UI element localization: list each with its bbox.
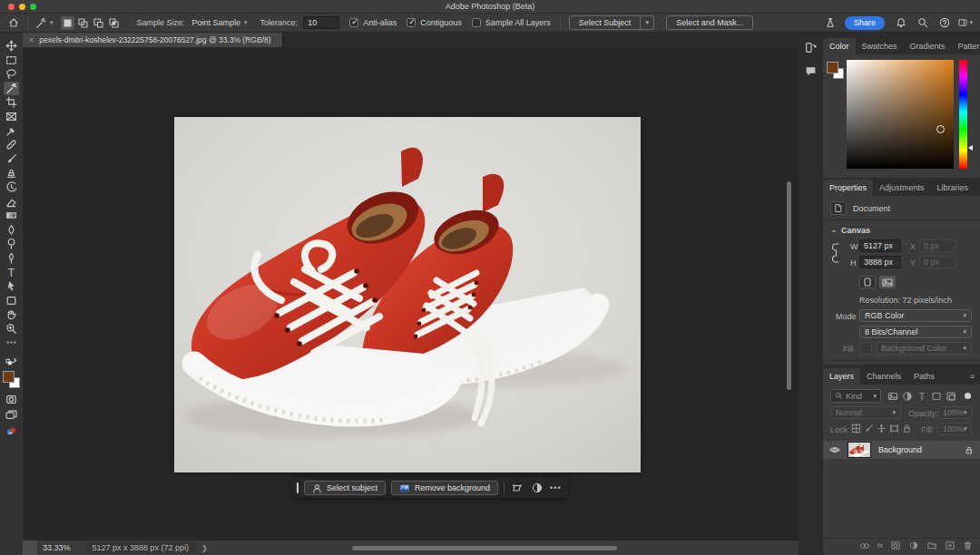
- tab-color[interactable]: Color: [823, 38, 856, 54]
- link-dimensions-icon[interactable]: [830, 247, 842, 258]
- home-icon[interactable]: [6, 15, 21, 30]
- tab-adjustments[interactable]: Adjustments: [873, 180, 931, 196]
- blur-tool[interactable]: [4, 223, 19, 237]
- layer-thumbnail[interactable]: [848, 442, 871, 458]
- screen-mode-icon[interactable]: [4, 408, 19, 422]
- add-to-selection-icon[interactable]: [76, 16, 90, 30]
- saturation-brightness-field[interactable]: [847, 60, 954, 169]
- tab-patterns[interactable]: Patterns: [952, 38, 980, 54]
- panel-menu-icon[interactable]: ≡: [965, 368, 980, 385]
- portrait-orientation-button[interactable]: [859, 276, 876, 288]
- select-and-mask-button[interactable]: Select and Mask...: [666, 15, 753, 30]
- type-tool[interactable]: T: [4, 266, 19, 279]
- lock-transparency-icon[interactable]: [850, 423, 862, 434]
- tab-layers[interactable]: Layers: [823, 368, 860, 385]
- tab-gradients[interactable]: Gradients: [904, 38, 952, 54]
- layer-filter-toggle[interactable]: [965, 393, 971, 399]
- hand-tool[interactable]: [4, 307, 19, 321]
- select-subject-button[interactable]: Select Subject: [569, 15, 642, 30]
- sample-all-layers-checkbox[interactable]: [472, 18, 481, 27]
- tab-channels[interactable]: Channels: [860, 368, 907, 385]
- opacity-dropdown[interactable]: 100%▾: [937, 406, 972, 419]
- layer-row-background[interactable]: Background: [823, 441, 980, 459]
- delete-layer-trash-icon[interactable]: [962, 540, 974, 551]
- zoom-tool[interactable]: [4, 322, 19, 336]
- tool-preset-magic-wand[interactable]: ▾: [34, 17, 54, 29]
- filter-type-layers-icon[interactable]: T: [916, 390, 927, 402]
- notifications-bell-icon[interactable]: [894, 15, 908, 30]
- eraser-tool[interactable]: [4, 195, 19, 209]
- tab-paths[interactable]: Paths: [907, 368, 941, 385]
- anti-alias-checkbox[interactable]: [349, 18, 358, 27]
- y-input[interactable]: 0 px: [919, 256, 956, 268]
- filter-smart-objects-icon[interactable]: [945, 390, 956, 402]
- foreground-color-swatch[interactable]: [3, 371, 15, 383]
- brush-tool[interactable]: [4, 152, 19, 166]
- height-input[interactable]: 3888 px: [859, 256, 901, 268]
- canvas-section-chevron[interactable]: ⌄: [830, 225, 838, 234]
- default-swap-colors-icon[interactable]: [4, 354, 19, 367]
- remove-background-task-button[interactable]: Remove background: [391, 481, 498, 495]
- intersect-selection-icon[interactable]: [107, 16, 121, 30]
- new-adjustment-layer-icon[interactable]: [907, 540, 919, 551]
- new-selection-icon[interactable]: [61, 16, 74, 30]
- add-layer-mask-icon[interactable]: [889, 540, 901, 551]
- magic-wand-tool[interactable]: [4, 82, 19, 95]
- dodge-tool[interactable]: [4, 237, 19, 250]
- sample-size-dropdown[interactable]: Point Sample▾: [192, 18, 248, 27]
- taskbar-drag-handle[interactable]: [297, 482, 299, 493]
- tolerance-input[interactable]: 10: [303, 16, 339, 29]
- discover-app-icon[interactable]: [4, 424, 19, 438]
- filter-adjustment-layers-icon[interactable]: [901, 390, 913, 402]
- move-tool[interactable]: [4, 39, 19, 53]
- new-group-folder-icon[interactable]: [926, 540, 937, 551]
- tab-properties[interactable]: Properties: [823, 180, 873, 196]
- hue-slider[interactable]: [959, 60, 967, 169]
- rectangular-marquee-tool[interactable]: [4, 54, 19, 67]
- quick-mask-icon[interactable]: [4, 393, 19, 406]
- bit-depth-dropdown[interactable]: 8 Bits/Channel▾: [859, 326, 972, 338]
- pen-tool[interactable]: [4, 251, 19, 265]
- lock-pixels-icon[interactable]: [863, 423, 875, 434]
- fill-dropdown[interactable]: Background Color▾: [876, 342, 972, 355]
- contiguous-checkbox[interactable]: [407, 18, 416, 27]
- search-icon[interactable]: [916, 15, 930, 30]
- layer-visibility-eye-icon[interactable]: [828, 444, 840, 456]
- comments-panel-icon[interactable]: [804, 63, 818, 78]
- photo-red-sneakers[interactable]: [174, 117, 641, 472]
- select-subject-task-button[interactable]: Select subject: [304, 481, 386, 495]
- document-tab[interactable]: × pexels-dmitri-koshelev-232225758-20076…: [23, 33, 283, 47]
- fill-percent-dropdown[interactable]: 100%▾: [937, 423, 972, 435]
- tab-libraries[interactable]: Libraries: [931, 180, 975, 196]
- vertical-scrollbar[interactable]: [787, 181, 791, 390]
- more-options-icon[interactable]: •••: [550, 483, 561, 492]
- x-input[interactable]: 0 px: [919, 239, 956, 252]
- color-mode-dropdown[interactable]: RGB Color▾: [859, 309, 972, 322]
- foreground-color-swatch[interactable]: [827, 62, 838, 73]
- canvas-area[interactable]: Select subject Remove background •••: [23, 47, 799, 540]
- status-expand-icon[interactable]: ❯: [201, 544, 208, 552]
- link-layers-icon[interactable]: [859, 540, 871, 551]
- lock-artboard-icon[interactable]: [888, 423, 900, 434]
- edit-toolbar-icon[interactable]: [4, 336, 19, 349]
- tab-swatches[interactable]: Swatches: [856, 38, 904, 54]
- close-tab-icon[interactable]: ×: [29, 35, 34, 44]
- share-button[interactable]: Share: [845, 16, 885, 30]
- filter-shape-layers-icon[interactable]: [930, 390, 942, 402]
- create-adjustment-icon[interactable]: [530, 481, 544, 495]
- frame-tool[interactable]: [4, 110, 19, 123]
- panel-menu-icon[interactable]: ≡: [975, 180, 980, 196]
- select-subject-dropdown-icon[interactable]: ▾: [641, 15, 654, 30]
- beta-flask-icon[interactable]: [823, 15, 838, 30]
- zoom-level[interactable]: 33.33%: [43, 543, 71, 552]
- path-selection-tool[interactable]: [4, 279, 19, 293]
- lock-all-icon[interactable]: [901, 423, 913, 434]
- canvas-section-header[interactable]: Canvas: [841, 226, 870, 235]
- eyedropper-tool[interactable]: [4, 124, 19, 138]
- spot-healing-brush-tool[interactable]: [4, 138, 19, 151]
- lock-position-icon[interactable]: [876, 423, 887, 434]
- filter-pixel-layers-icon[interactable]: [887, 390, 898, 402]
- version-history-panel-icon[interactable]: [804, 40, 818, 54]
- layer-name[interactable]: Background: [878, 445, 922, 454]
- clone-stamp-tool[interactable]: [4, 166, 19, 180]
